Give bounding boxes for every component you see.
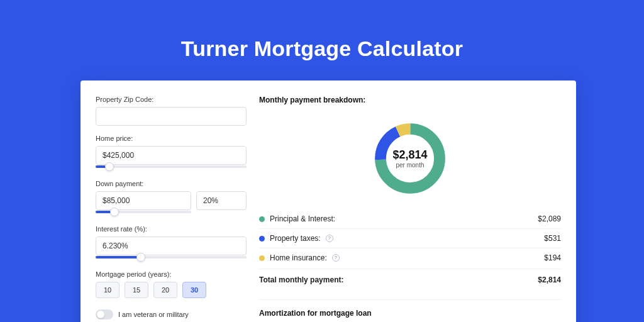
breakdown-line: Principal & Interest:$2,089 [259,209,561,228]
breakdown-item-label: Property taxes: [270,234,321,243]
field-home-price: Home price: [96,135,247,171]
breakdown-total-value: $2,814 [538,275,561,284]
field-down-payment: Down payment: [96,180,247,216]
period-option-10[interactable]: 10 [96,282,119,298]
donut-center-value: $2,814 [392,148,427,162]
calculator-card: Property Zip Code: Home price: Down paym… [80,80,576,322]
field-mortgage-period: Mortgage period (years): 10152030 [96,270,247,298]
period-option-20[interactable]: 20 [153,282,177,298]
veteran-toggle[interactable] [96,309,113,319]
interest-rate-label: Interest rate (%): [96,225,247,233]
home-price-slider[interactable] [96,162,247,171]
home-price-label: Home price: [96,135,247,142]
down-payment-percent-input[interactable] [196,191,247,210]
info-icon[interactable]: ? [332,254,340,262]
field-interest-rate: Interest rate (%): [96,225,247,262]
breakdown-total-label: Total monthly payment: [259,275,343,284]
breakdown-column: Monthly payment breakdown: $2,814 per mo… [259,96,561,322]
period-options: 10152030 [96,282,247,298]
breakdown-item-label: Principal & Interest: [270,214,335,223]
interest-rate-slider[interactable] [96,253,247,262]
zip-label: Property Zip Code: [96,96,247,103]
breakdown-item-label: Home insurance: [270,253,327,262]
mortgage-period-label: Mortgage period (years): [96,270,247,278]
info-icon[interactable]: ? [326,235,333,242]
breakdown-line: Home insurance:?$194 [259,248,561,267]
breakdown-item-value: $2,089 [538,214,561,223]
breakdown-title: Monthly payment breakdown: [259,96,561,104]
amortization-title: Amortization for mortgage loan [259,309,561,318]
payment-donut-chart: $2,814 per month [371,119,449,197]
legend-dot-blue [259,236,265,242]
zip-input[interactable] [96,107,247,126]
breakdown-item-value: $531 [544,234,561,243]
period-option-15[interactable]: 15 [125,282,148,298]
period-option-30[interactable]: 30 [182,282,206,298]
legend-dot-yellow [259,255,265,261]
breakdown-item-value: $194 [544,253,561,262]
field-veteran: I am veteran or military [96,309,247,319]
down-payment-label: Down payment: [96,180,247,187]
field-zip: Property Zip Code: [96,96,247,126]
legend-dot-green [259,216,265,222]
page-title: Turner Mortgage Calculator [0,36,644,61]
form-column: Property Zip Code: Home price: Down paym… [96,96,247,322]
veteran-label: I am veteran or military [118,311,189,318]
down-payment-slider[interactable] [96,208,191,216]
donut-center-sub: per month [396,162,424,169]
breakdown-list: Principal & Interest:$2,089Property taxe… [259,209,561,289]
breakdown-total: Total monthly payment:$2,814 [259,269,561,289]
breakdown-line: Property taxes:?$531 [259,228,561,248]
amortization-section: Amortization for mortgage loan Amortizat… [259,299,561,322]
